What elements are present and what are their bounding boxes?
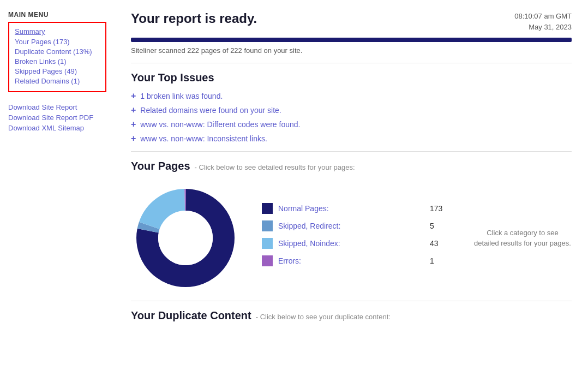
donut-chart xyxy=(131,183,240,293)
download-site-report[interactable]: Download Site Report xyxy=(8,103,106,111)
plus-icon: + xyxy=(131,120,136,129)
legend-value-redirect: 5 xyxy=(430,222,452,230)
sidebar-item-summary[interactable]: Summary xyxy=(15,27,100,35)
pages-title: Your Pages xyxy=(131,160,190,172)
sidebar-item-duplicate-content[interactable]: Duplicate Content (13%) xyxy=(15,47,100,56)
legend-color-errors xyxy=(262,255,273,266)
chart-note: Click a category to see detailed results… xyxy=(473,228,572,249)
list-item[interactable]: + www vs. non-www: Inconsistent links. xyxy=(131,134,572,143)
legend-item-normal[interactable]: Normal Pages: 173 xyxy=(262,203,452,214)
plus-icon: + xyxy=(131,134,136,143)
report-header: Your report is ready. 08:10:07 am GMT Ma… xyxy=(131,11,572,32)
timestamp-line2: May 31, 2023 xyxy=(514,22,572,33)
download-xml-sitemap[interactable]: Download XML Sitemap xyxy=(8,124,106,132)
legend-label-redirect: Skipped, Redirect: xyxy=(278,222,424,230)
sidebar-downloads: Download Site Report Download Site Repor… xyxy=(8,103,106,132)
donut-svg xyxy=(131,183,240,293)
dup-section-header: Your Duplicate Content - Click below to … xyxy=(131,309,572,322)
pages-chart-area: Normal Pages: 173 Skipped, Redirect: 5 S… xyxy=(131,183,572,293)
plus-icon: + xyxy=(131,92,136,100)
dup-title: Your Duplicate Content xyxy=(131,309,251,322)
legend-label-errors: Errors: xyxy=(278,256,424,265)
download-site-report-pdf[interactable]: Download Site Report PDF xyxy=(8,114,106,122)
issue-text: Related domains were found on your site. xyxy=(140,106,281,115)
divider-2 xyxy=(131,151,572,152)
pages-subtitle: - Click below to see detailed results fo… xyxy=(195,163,355,171)
legend-color-noindex xyxy=(262,238,273,249)
progress-bar-fill xyxy=(131,38,572,42)
legend-label-normal: Normal Pages: xyxy=(278,204,424,213)
sidebar-item-your-pages[interactable]: Your Pages (173) xyxy=(15,38,100,46)
legend-value-noindex: 43 xyxy=(430,239,452,248)
main-content: Your report is ready. 08:10:07 am GMT Ma… xyxy=(115,0,588,370)
top-issues-title: Your Top Issues xyxy=(131,71,572,84)
sidebar: MAIN MENU Summary Your Pages (173) Dupli… xyxy=(0,0,115,370)
sidebar-item-broken-links[interactable]: Broken Links (1) xyxy=(15,57,100,65)
issue-text: www vs. non-www: Inconsistent links. xyxy=(140,134,267,143)
donut-center xyxy=(158,211,213,265)
list-item[interactable]: + Related domains were found on your sit… xyxy=(131,106,572,115)
report-timestamp: 08:10:07 am GMT May 31, 2023 xyxy=(514,11,572,32)
issues-list: + 1 broken link was found. + Related dom… xyxy=(131,92,572,143)
dup-subtitle: - Click below to see your duplicate cont… xyxy=(256,313,391,321)
divider-1 xyxy=(131,63,572,63)
legend-color-redirect xyxy=(262,220,273,231)
timestamp-line1: 08:10:07 am GMT xyxy=(514,11,572,22)
legend-value-errors: 1 xyxy=(430,256,452,265)
sidebar-item-related-domains[interactable]: Related Domains (1) xyxy=(15,77,100,85)
list-item[interactable]: + 1 broken link was found. xyxy=(131,92,572,100)
pages-section-header: Your Pages - Click below to see detailed… xyxy=(131,160,572,172)
list-item[interactable]: + www vs. non-www: Different codes were … xyxy=(131,120,572,129)
sidebar-title: MAIN MENU xyxy=(8,11,106,19)
issue-text: www vs. non-www: Different codes were fo… xyxy=(140,120,300,129)
plus-icon: + xyxy=(131,106,136,115)
legend-item-errors[interactable]: Errors: 1 xyxy=(262,255,452,266)
report-title: Your report is ready. xyxy=(131,11,257,26)
issue-text: 1 broken link was found. xyxy=(140,92,223,100)
legend-color-normal xyxy=(262,203,273,214)
divider-3 xyxy=(131,301,572,301)
progress-bar xyxy=(131,38,572,42)
legend-item-noindex[interactable]: Skipped, Noindex: 43 xyxy=(262,238,452,249)
legend-label-noindex: Skipped, Noindex: xyxy=(278,239,424,248)
scan-info: Siteliner scanned 222 pages of 222 found… xyxy=(131,46,572,55)
sidebar-menu: Summary Your Pages (173) Duplicate Conte… xyxy=(8,22,106,92)
legend-item-redirect[interactable]: Skipped, Redirect: 5 xyxy=(262,220,452,231)
legend-value-normal: 173 xyxy=(430,204,452,213)
sidebar-item-skipped-pages[interactable]: Skipped Pages (49) xyxy=(15,67,100,75)
chart-legend: Normal Pages: 173 Skipped, Redirect: 5 S… xyxy=(262,203,452,273)
